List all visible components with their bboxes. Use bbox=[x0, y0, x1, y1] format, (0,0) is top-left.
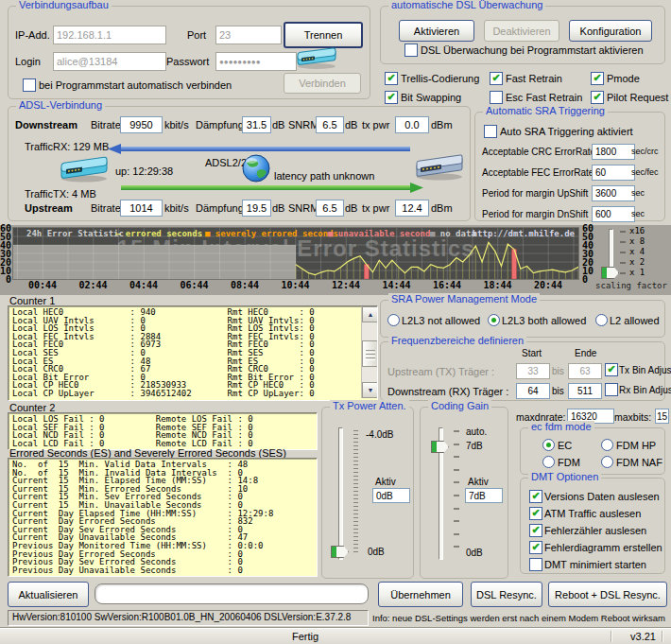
login-field[interactable]: alice@13184 bbox=[53, 52, 166, 71]
up-txpwr-field[interactable]: 12.4 bbox=[395, 200, 429, 217]
counter1-scrollbar[interactable]: ▲ ▼ bbox=[361, 306, 377, 398]
upstream-start-field[interactable]: 33 bbox=[516, 363, 550, 379]
deactivate-button[interactable]: Deaktivieren bbox=[484, 20, 559, 42]
tx-power-slider[interactable] bbox=[338, 427, 343, 560]
pilot-request-checkbox[interactable]: ✔ bbox=[591, 91, 604, 104]
downstream-end-field[interactable]: 511 bbox=[568, 383, 602, 399]
atm-traffic-checkbox[interactable]: ✔ bbox=[529, 507, 542, 520]
attenuation-label: Dämpfung bbox=[196, 202, 244, 214]
legend-unavailable-seconds: ■ unavailable seconds bbox=[328, 229, 436, 238]
dsl-resync-button[interactable]: DSL Resync. bbox=[471, 582, 542, 607]
chart-y-tick: 20 bbox=[0, 258, 11, 267]
up-snrm-field[interactable]: 6.5 bbox=[316, 200, 344, 217]
ip-field[interactable]: 192.168.1.1 bbox=[53, 26, 166, 44]
fec-errorrate-field[interactable]: 60 bbox=[592, 165, 635, 181]
bitrate-label: Bitrate bbox=[91, 119, 121, 131]
ec-radio[interactable] bbox=[542, 439, 555, 451]
chart-y-tick: 50 bbox=[582, 233, 599, 241]
scaling-tick-label: x 8 bbox=[629, 236, 645, 246]
activate-button[interactable]: Aktivieren bbox=[399, 20, 474, 42]
fehlerdiagramm-checkbox[interactable]: ✔ bbox=[529, 541, 542, 554]
monitoring-startup-checkbox[interactable] bbox=[404, 44, 418, 57]
scroll-down-button[interactable]: ▼ bbox=[362, 382, 378, 398]
bit-swapping-label: Bit Swapping bbox=[401, 92, 461, 103]
auto-sra-label: Auto SRA Triggering aktiviert bbox=[500, 126, 633, 137]
chart-y-tick: 10 bbox=[0, 267, 11, 275]
l2l3-both-allowed-label: L2L3 both allowed bbox=[502, 315, 586, 326]
l2l3-not-allowed-radio[interactable] bbox=[387, 314, 400, 326]
scaling-tick-label: x 2 bbox=[629, 257, 645, 267]
legend-errored-seconds: — errored seconds bbox=[115, 229, 202, 238]
up-attenuation-field[interactable]: 19.5 bbox=[242, 200, 271, 217]
disconnect-button[interactable]: Trennen bbox=[284, 22, 363, 48]
port-label: Port bbox=[187, 29, 206, 41]
fast-retrain-checkbox[interactable]: ✔ bbox=[490, 72, 503, 85]
fehlerzaehler-checkbox[interactable]: ✔ bbox=[529, 524, 542, 537]
scroll-up-button[interactable]: ▲ bbox=[362, 306, 378, 322]
password-field[interactable]: ●●●●●●●●● bbox=[215, 52, 297, 71]
scaling-factor-slider-thumb[interactable] bbox=[601, 267, 619, 279]
configuration-button[interactable]: Konfiguration bbox=[569, 20, 652, 42]
apply-button[interactable]: Übernehmen bbox=[378, 582, 463, 607]
upstream-end-field[interactable]: 63 bbox=[568, 363, 602, 379]
counter1-box: Local HEC0 : 940 Rmt HEC0 : 0 Local UAV … bbox=[8, 305, 378, 401]
upstream-carrier-label: Upstream (TX) Träger : bbox=[387, 366, 494, 377]
tx-bin-adjust-label: Tx Bin Adjust bbox=[619, 365, 671, 375]
tx-atten-aktiv-field[interactable]: 0dB bbox=[372, 488, 410, 503]
tx-power-slider-ticks bbox=[353, 430, 358, 555]
es-ses-box: No. of 15 Min. Valid Data Intervals : 48… bbox=[8, 458, 318, 577]
connect-button[interactable]: Verbinden bbox=[284, 73, 361, 94]
chart-url: http://dmt.mhilfe.de bbox=[473, 229, 575, 238]
dnshift-period-field[interactable]: 600 bbox=[592, 206, 635, 222]
coding-gain-aktiv-field[interactable]: 7dB bbox=[465, 488, 503, 503]
fec-errorrate-unit: sec/fec bbox=[631, 167, 659, 177]
pmode-checkbox[interactable]: ✔ bbox=[591, 72, 604, 85]
scaling-tick-label: x 1 bbox=[629, 268, 645, 277]
down-snrm-field[interactable]: 6.5 bbox=[316, 116, 344, 133]
port-field[interactable]: 23 bbox=[215, 26, 282, 44]
chart-y-tick: 50 bbox=[0, 233, 11, 241]
es-ses-text: No. of 15 Min. Valid Data Intervals : 48… bbox=[12, 461, 317, 574]
modem-icon bbox=[59, 156, 110, 183]
tx-bin-adjust-checkbox[interactable]: ✔ bbox=[605, 363, 618, 376]
fdm-hp-radio[interactable] bbox=[601, 439, 613, 451]
check-icon: ✔ bbox=[593, 92, 601, 102]
down-attenuation-field[interactable]: 31.5 bbox=[242, 116, 271, 133]
chart-y-tick: 10 bbox=[582, 267, 599, 275]
downstream-start-field[interactable]: 64 bbox=[516, 383, 550, 399]
bit-swapping-checkbox[interactable]: ✔ bbox=[385, 91, 398, 104]
fdm-naf-radio[interactable] bbox=[601, 456, 613, 468]
maxbits-label: maxbits: bbox=[614, 411, 651, 423]
upshift-period-field[interactable]: 3600 bbox=[592, 185, 635, 201]
dnshift-period-unit: sec bbox=[631, 209, 645, 218]
dnshift-period-label: Period for margin DnShift bbox=[482, 209, 588, 219]
down-txpwr-field[interactable]: 0.0 bbox=[395, 116, 429, 133]
fdm-radio[interactable] bbox=[542, 456, 555, 468]
maxbits-field[interactable]: 15 bbox=[655, 409, 669, 424]
l2-allowed-radio[interactable] bbox=[595, 314, 608, 326]
esc-fast-retrain-checkbox[interactable] bbox=[490, 91, 503, 104]
versions-daten-checkbox[interactable]: ✔ bbox=[529, 490, 542, 503]
chart-x-tick: 20:44 bbox=[532, 281, 564, 289]
rx-bin-adjust-checkbox[interactable] bbox=[605, 383, 618, 396]
refresh-button[interactable]: Aktualisieren bbox=[8, 582, 89, 607]
crc-errorrate-field[interactable]: 1800 bbox=[592, 144, 635, 160]
fdm-label: FDM bbox=[558, 457, 580, 468]
dmt-minimiert-checkbox[interactable] bbox=[529, 558, 542, 571]
scrollbar-thumb[interactable] bbox=[362, 340, 378, 367]
reboot-resync-button[interactable]: Reboot + DSL Resync. bbox=[548, 582, 667, 607]
ec-label: EC bbox=[558, 440, 572, 451]
scaling-factor-label: scaling factor bbox=[594, 281, 669, 290]
latency-label: latency path unknown bbox=[274, 170, 374, 182]
error-statistic-strip: 0102030405060 15-Min Interval Error Stat… bbox=[0, 225, 671, 295]
up-bitrate-field[interactable]: 1014 bbox=[120, 200, 163, 217]
txpwr-label: tx pwr bbox=[362, 202, 389, 214]
auto-sra-checkbox[interactable] bbox=[484, 125, 497, 138]
down-bitrate-field[interactable]: 9950 bbox=[120, 116, 163, 133]
version-panel: HwVersion:810100 SwVersion:R100B01.0B_HN… bbox=[8, 610, 369, 626]
scaling-tick-label: x 4 bbox=[629, 247, 645, 256]
autoconnect-checkbox[interactable] bbox=[23, 78, 36, 92]
l2l3-both-allowed-radio[interactable] bbox=[488, 314, 500, 326]
traffic-tx-label: TrafficTX: 4 MB bbox=[25, 188, 96, 200]
trellis-checkbox[interactable]: ✔ bbox=[385, 72, 398, 85]
